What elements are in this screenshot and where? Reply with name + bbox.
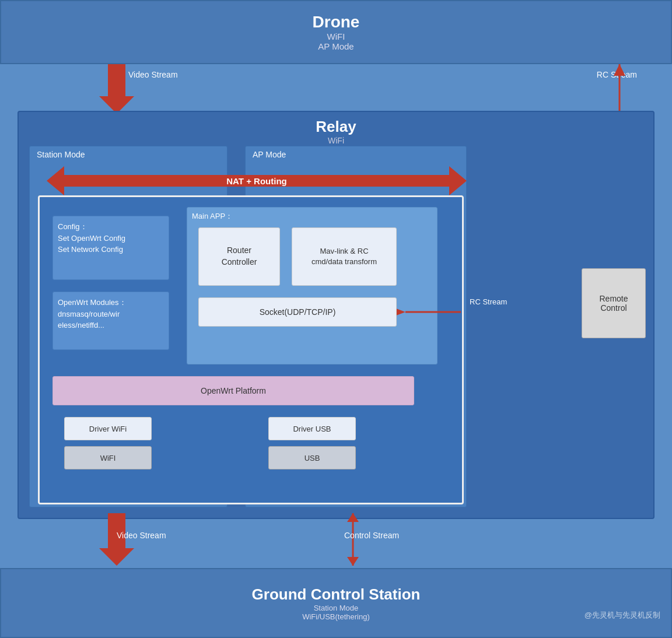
driver-usb-box: Driver USB bbox=[268, 417, 356, 440]
config-box: Config： Set OpenWrt Config Set Network C… bbox=[52, 216, 169, 280]
mavlink-line1: Mav-link & RC bbox=[320, 247, 368, 255]
video-stream-down-arrow bbox=[99, 64, 134, 114]
config-line2: Set Network Config bbox=[58, 245, 123, 254]
diagram-container: Drone WiFI AP Mode Video Stream RC Strea… bbox=[0, 0, 672, 638]
gcs-subtitle1: Station Mode bbox=[314, 604, 359, 612]
gcs-subtitle2: WiFi/USB(tethering) bbox=[302, 612, 370, 621]
remote-control-text: Remote Control bbox=[599, 294, 628, 313]
wifi-hardware-box: WiFI bbox=[64, 446, 152, 469]
gcs-block: Ground Control Station Station Mode WiFi… bbox=[0, 568, 672, 638]
router-line1: Router bbox=[227, 246, 251, 255]
relay-header: Relay WiFi bbox=[19, 112, 653, 145]
rc-stream-middle-arrow bbox=[402, 306, 461, 318]
driver-usb-label: Driver USB bbox=[293, 425, 331, 433]
config-label: Config： bbox=[58, 222, 88, 231]
router-controller-text: Router Controller bbox=[222, 245, 257, 268]
socket-box: Socket(UDP/TCP/IP) bbox=[198, 297, 397, 327]
config-line1: Set OpenWrt Config bbox=[58, 234, 125, 243]
drone-apmode: AP Mode bbox=[318, 41, 354, 51]
nat-routing-arrow: NAT + Routing bbox=[47, 163, 467, 198]
remote-line2: Control bbox=[600, 303, 626, 313]
watermark: @先灵机与先灵机反制 bbox=[584, 610, 660, 621]
remote-control-box: Remote Control bbox=[582, 268, 646, 338]
svg-text:NAT + Routing: NAT + Routing bbox=[226, 176, 286, 186]
drone-wifi: WiFI bbox=[327, 31, 345, 41]
ap-mode-label: AP Mode bbox=[246, 146, 466, 163]
openwrt-modules-line2: eless/netiffd... bbox=[58, 321, 104, 329]
rc-stream-middle-label: RC Stream bbox=[470, 297, 507, 306]
drone-block: Drone WiFI AP Mode bbox=[0, 0, 672, 64]
remote-line1: Remote bbox=[599, 294, 628, 303]
driver-wifi-label: Driver WiFi bbox=[89, 425, 127, 433]
svg-marker-3 bbox=[614, 64, 625, 76]
svg-marker-11 bbox=[347, 513, 359, 522]
station-mode-label: Station Mode bbox=[30, 146, 227, 163]
svg-marker-12 bbox=[347, 557, 359, 566]
relay-subtitle: WiFi bbox=[19, 136, 653, 145]
openwrt-platform-box: OpenWrt Platform bbox=[52, 376, 414, 405]
usb-hardware-label: USB bbox=[304, 454, 320, 462]
gcs-title: Ground Control Station bbox=[252, 586, 421, 604]
mavlink-line2: cmd/data transform bbox=[312, 257, 377, 266]
main-app-label: Main APP： bbox=[187, 208, 437, 225]
usb-hardware-box: USB bbox=[268, 446, 356, 469]
drone-title: Drone bbox=[313, 13, 360, 31]
openwrt-modules-label: OpenWrt Modules： bbox=[58, 298, 127, 307]
wifi-hardware-label: WiFI bbox=[100, 454, 116, 462]
openwrt-platform-text: OpenWrt Platform bbox=[201, 386, 266, 395]
socket-text: Socket(UDP/TCP/IP) bbox=[260, 307, 336, 317]
driver-wifi-box: Driver WiFi bbox=[64, 417, 152, 440]
watermark-text: @先灵机与先灵机反制 bbox=[584, 611, 660, 619]
mavlink-box: Mav-link & RC cmd/data transform bbox=[292, 227, 397, 286]
svg-marker-1 bbox=[99, 64, 134, 114]
router-line2: Controller bbox=[222, 257, 257, 267]
relay-title: Relay bbox=[19, 118, 653, 136]
config-text: Config： Set OpenWrt Config Set Network C… bbox=[58, 221, 164, 255]
openwrt-modules-box: OpenWrt Modules： dnsmasq/route/wir eless… bbox=[52, 292, 169, 350]
openwrt-modules-text: OpenWrt Modules： dnsmasq/route/wir eless… bbox=[58, 297, 164, 331]
router-controller-box: Router Controller bbox=[198, 227, 280, 286]
openwrt-modules-line1: dnsmasq/route/wir bbox=[58, 310, 120, 318]
mavlink-text: Mav-link & RC cmd/data transform bbox=[312, 246, 377, 267]
control-stream-bottom-label: Control Stream bbox=[344, 531, 399, 540]
video-stream-bottom-label: Video Stream bbox=[117, 531, 166, 540]
video-stream-top-label: Video Stream bbox=[128, 70, 178, 79]
